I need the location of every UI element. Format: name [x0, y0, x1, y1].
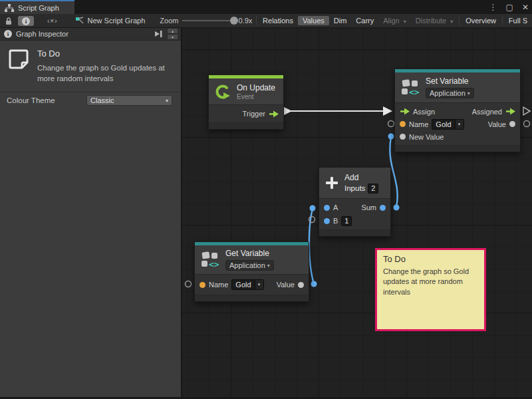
inputs-label: Inputs	[344, 184, 365, 192]
graph-inspector-header: i Graph Inspector ▲ ▼	[0, 28, 181, 41]
node-footer	[209, 123, 283, 129]
port-newvalue-input[interactable]	[400, 134, 406, 140]
port-label-new-value: New Value	[409, 133, 444, 141]
port-label-trigger: Trigger	[243, 110, 265, 118]
colour-theme-select[interactable]: Classic ▾	[86, 95, 172, 106]
node-on-update[interactable]: On Update Event Trigger	[208, 74, 284, 130]
node-footer	[319, 230, 390, 236]
node-subtitle: Event	[237, 93, 275, 100]
port-label-a: A	[333, 203, 338, 211]
node-set-variable[interactable]: <> Set Variable Application ▾ Assign	[394, 68, 521, 152]
inputs-count-field[interactable]: 2	[368, 184, 378, 194]
unconnected-port-circle	[186, 281, 192, 287]
code-preview-icon[interactable]: ‹×›	[47, 17, 58, 25]
sticky-note-icon	[8, 49, 29, 71]
graph-toolbar: i ‹×› New Script Graph Zoom 0.9x Relatio…	[0, 14, 532, 28]
maximize-icon[interactable]: ▢	[506, 3, 513, 12]
lock-icon[interactable]	[5, 17, 13, 25]
flow-wire-arrowhead-icon	[383, 106, 392, 116]
distribute-dropdown[interactable]: Distribute ▾	[411, 16, 458, 25]
values-button[interactable]: Values	[298, 16, 329, 25]
relations-button[interactable]: Relations	[258, 16, 298, 25]
node-title: Add	[344, 173, 378, 182]
wire-value-to-a[interactable]	[309, 209, 314, 284]
graph-inspector-title: Graph Inspector	[16, 30, 68, 38]
chevron-down-icon: ▾	[267, 263, 270, 269]
chevron-down-icon: ▾	[455, 120, 464, 129]
toolbar-separator	[256, 16, 257, 25]
b-value-field[interactable]: 1	[341, 216, 352, 226]
chevron-down-icon: ▾	[404, 19, 406, 25]
inspector-note-title: To Do	[37, 49, 174, 59]
unconnected-port-circle	[309, 217, 315, 223]
align-label: Align	[383, 17, 399, 25]
zoom-value: 0.9x	[238, 17, 252, 25]
chevron-down-icon: ▾	[450, 19, 453, 25]
inspector-toggle-button[interactable]: i	[18, 16, 34, 26]
script-graph-icon	[5, 4, 14, 12]
chevron-down-icon: ▾	[166, 98, 168, 104]
node-footer	[195, 295, 309, 301]
zoom-slider-track[interactable]	[182, 20, 234, 21]
close-icon[interactable]: ✕	[522, 3, 529, 12]
zoom-slider-handle[interactable]	[230, 17, 238, 25]
colour-theme-row: Colour Theme Classic ▾	[0, 92, 181, 108]
align-dropdown[interactable]: Align ▾	[378, 16, 411, 25]
info-icon: i	[4, 30, 12, 38]
spinner-up-icon[interactable]: ▲	[167, 28, 178, 34]
scope-value: Application	[229, 261, 265, 269]
toolbar-separator	[459, 16, 460, 25]
variable-scope-dropdown[interactable]: Application ▾	[225, 260, 274, 271]
port-label-assign: Assign	[413, 108, 435, 116]
port-value-output[interactable]	[509, 121, 515, 127]
unconnected-port-circle	[388, 121, 394, 127]
sticky-note-text: Change the graph so Gold updates at more…	[383, 267, 478, 297]
port-a-input[interactable]	[324, 205, 330, 211]
unity-visual-scripting-window: Script Graph ⋮ ▢ ✕ i ‹×› New Script Grap…	[0, 0, 532, 399]
dock-panel-icon[interactable]	[154, 30, 163, 38]
inspector-note-text: Change the graph so Gold updates at more…	[37, 63, 174, 84]
port-b-input[interactable]	[324, 218, 330, 224]
spinner-down-icon[interactable]: ▼	[167, 34, 178, 40]
graph-canvas[interactable]: On Update Event Trigger	[182, 28, 532, 397]
variable-name-dropdown[interactable]: Gold ▾	[432, 119, 464, 130]
tab-title: Script Graph	[18, 4, 59, 12]
node-title: Get Variable	[225, 249, 274, 258]
flow-port-arrow-icon[interactable]	[505, 108, 515, 115]
sticky-note[interactable]: To Do Change the graph so Gold updates a…	[375, 248, 486, 331]
node-get-variable[interactable]: <> Get Variable Application ▾ Name Gold	[194, 241, 309, 302]
overview-button[interactable]: Overview	[461, 16, 501, 25]
panel-scroll-spinner: ▲ ▼	[167, 28, 178, 40]
svg-text:<>: <>	[409, 87, 420, 97]
graph-name-group[interactable]: New Script Graph	[75, 17, 146, 25]
variable-name-dropdown[interactable]: Gold ▾	[231, 279, 263, 290]
wire-endpoint-dot	[310, 205, 316, 211]
flow-port-arrow-icon[interactable]	[400, 108, 410, 115]
port-label-value: Value	[488, 120, 506, 128]
menu-icon[interactable]: ⋮	[489, 3, 497, 12]
port-name-input[interactable]	[400, 121, 406, 127]
zoom-slider[interactable]	[182, 17, 234, 25]
port-label-assigned: Assigned	[472, 108, 502, 116]
fullscreen-button[interactable]: Full S	[504, 16, 532, 25]
tab-script-graph[interactable]: Script Graph	[0, 0, 74, 14]
port-sum-output[interactable]	[380, 205, 386, 211]
port-label-value: Value	[277, 281, 295, 289]
info-icon: i	[22, 17, 30, 25]
colour-theme-value: Classic	[90, 96, 114, 104]
graph-name-label: New Script Graph	[88, 17, 146, 25]
carry-button[interactable]: Carry	[351, 16, 378, 25]
wire-endpoint-dot	[388, 134, 394, 140]
port-name-input[interactable]	[200, 282, 205, 288]
node-title: Set Variable	[426, 76, 474, 86]
node-add[interactable]: Add Inputs 2 A Sum B	[319, 167, 391, 237]
flow-port-arrow-icon[interactable]	[269, 110, 279, 118]
toolbar-separator	[502, 16, 503, 25]
dim-button[interactable]: Dim	[329, 16, 352, 25]
graph-asset-icon	[75, 17, 84, 25]
zoom-label: Zoom	[160, 17, 178, 25]
variable-scope-dropdown[interactable]: Application ▾	[426, 88, 474, 98]
variables-icon: <>	[400, 78, 420, 97]
port-value-output[interactable]	[298, 282, 304, 288]
scope-value: Application	[430, 89, 466, 97]
